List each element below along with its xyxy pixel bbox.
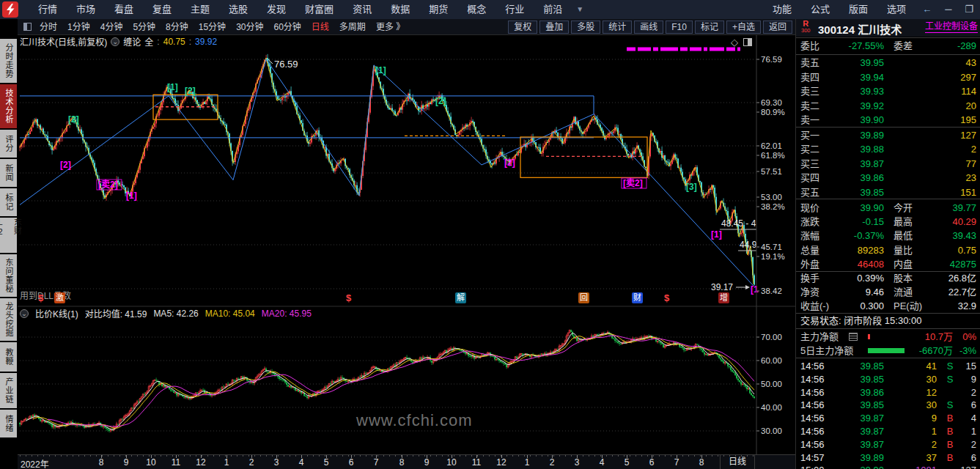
sidebar-item-分时走势[interactable]: 分时走势: [0, 39, 17, 83]
toolbar-button-+自选[interactable]: +自选: [726, 21, 761, 34]
period-15分钟[interactable]: 15分钟: [194, 19, 231, 35]
menu-item-前沿[interactable]: 前沿: [534, 0, 572, 19]
stat-label2: 股本: [894, 271, 913, 285]
menu-item-复盘[interactable]: 复盘: [143, 0, 181, 19]
period-60分钟[interactable]: 60分钟: [268, 19, 306, 35]
diamond-icon[interactable]: ◇: [731, 37, 738, 48]
tick-price: 39.86: [837, 385, 884, 399]
menu-item-主题[interactable]: 主题: [181, 0, 219, 19]
toolbar-button-复权[interactable]: 复权: [508, 21, 537, 34]
sidebar-item-产业链[interactable]: 产业链: [0, 373, 17, 408]
menu-item-市场[interactable]: 市场: [67, 0, 105, 19]
app-logo-icon[interactable]: [2, 1, 18, 18]
sidebar-item-东问董秘[interactable]: 东问董秘: [0, 254, 17, 297]
toolbar-button-返回[interactable]: 返回: [763, 21, 792, 34]
period-日线[interactable]: 日线: [306, 19, 334, 35]
signal-icon-dollar-0[interactable]: $: [38, 292, 43, 303]
period-4分钟[interactable]: 4分钟: [95, 19, 128, 35]
axis-month-label: 4: [600, 457, 605, 468]
signal-icon-激[interactable]: 激: [54, 292, 65, 303]
menu-item-期货[interactable]: 期货: [419, 0, 457, 19]
top-menu-bar: 行情市场看盘复盘主题选股发现财富圈资讯数据期货概念行业前沿 ▼ 功能公式版面选项…: [0, 0, 980, 19]
bid-volume: 127: [906, 128, 976, 142]
signal-icon-增[interactable]: 增: [718, 292, 729, 303]
toolbar-button-统计[interactable]: 统计: [603, 21, 632, 34]
ask-volume: 20: [906, 99, 976, 113]
period-分时[interactable]: 分时: [34, 19, 62, 35]
menu-item-数据[interactable]: 数据: [381, 0, 419, 19]
toolbar-button-多股[interactable]: 多股: [571, 21, 600, 34]
menu-item-版面[interactable]: 版面: [839, 0, 877, 19]
time-axis[interactable]: 2022年 日线 8910111212345678910111212345678: [18, 454, 795, 469]
chevron-circle-icon[interactable]: ⌄: [111, 37, 119, 46]
sidebar-item-教鞭[interactable]: 教鞭: [0, 342, 17, 372]
tick-count: 6: [956, 398, 976, 412]
sidebar-item-标记[interactable]: 标记: [0, 188, 17, 216]
sidebar-item-评分[interactable]: 评分: [0, 130, 17, 158]
stock-title[interactable]: 300124 汇川技术: [818, 21, 902, 37]
menu-item-资讯[interactable]: 资讯: [343, 0, 381, 19]
signal-icon-dollar-2[interactable]: $: [346, 292, 351, 303]
menu-item-财富圈[interactable]: 财富圈: [295, 0, 343, 19]
stat-value2: 0.75: [921, 243, 976, 257]
period-多周期[interactable]: 多周期: [334, 19, 371, 35]
menu-item-公式[interactable]: 公式: [801, 0, 839, 19]
sidebar-item-技术分析[interactable]: 技术分析: [0, 84, 17, 128]
ask-volume: 195: [906, 113, 976, 127]
period-更多 》[interactable]: 更多 》: [371, 19, 410, 35]
toolbar-button-标记[interactable]: 标记: [695, 21, 724, 34]
signal-icon-财[interactable]: 财: [632, 292, 643, 303]
period-30分钟[interactable]: 30分钟: [231, 19, 268, 35]
period-8分钟[interactable]: 8分钟: [161, 19, 194, 35]
menu-dropdown-caret-icon[interactable]: ▼: [572, 0, 588, 19]
stat-label: 外盘: [800, 257, 819, 271]
menu-item-行情[interactable]: 行情: [29, 0, 67, 19]
menu-item-概念[interactable]: 概念: [457, 0, 495, 19]
axis-month-label: 6: [649, 457, 655, 468]
signal-icon-回[interactable]: 回: [578, 292, 589, 303]
sidebar-item-新闻[interactable]: 新闻: [0, 159, 17, 187]
menu-item-行业[interactable]: 行业: [495, 0, 534, 19]
sidebar-item-龙头挖掘[interactable]: 龙头挖掘: [0, 298, 17, 341]
sidebar-item-东财L2[interactable]: 东财L2: [0, 218, 17, 253]
ask-volume: 297: [906, 70, 976, 84]
panel-toggle-icon[interactable]: [23, 23, 32, 31]
stat-label2: 量比: [894, 243, 913, 257]
signal-icon-dollar-6[interactable]: $: [664, 292, 669, 303]
list-icon[interactable]: [849, 333, 858, 341]
svg-text:38.2%: 38.2%: [761, 202, 785, 211]
back-arrow-icon[interactable]: ←: [915, 0, 938, 19]
minimize-icon[interactable]: ─: [938, 0, 958, 19]
toolbar-button-F10[interactable]: F10: [666, 21, 693, 34]
tick-volume: 2: [888, 437, 937, 451]
menu-item-选股[interactable]: 选股: [219, 0, 257, 19]
menu-item-看盘[interactable]: 看盘: [105, 0, 143, 19]
restore-icon[interactable]: ❐: [958, 0, 980, 19]
axis-month-label: 7: [374, 457, 379, 468]
bid-level: 买四: [800, 171, 819, 185]
period-5分钟[interactable]: 5分钟: [128, 19, 161, 35]
ask-price: 39.94: [828, 70, 884, 84]
industry-tag[interactable]: 工业控制设备: [925, 19, 978, 33]
signal-icon-解[interactable]: 解: [455, 292, 466, 303]
tick-price: 39.87: [837, 411, 884, 425]
chevron-circle-icon[interactable]: ⌄: [20, 309, 29, 318]
stat-value2: 39.77: [921, 201, 976, 215]
ask-level: 卖五: [800, 56, 819, 70]
stat-value2: 42875: [921, 257, 976, 271]
tick-volume: 41: [888, 359, 937, 373]
tick-count: 2: [956, 437, 976, 451]
main-chart[interactable]: 76.5969.3080.9%62.0161.8%57.5153.0038.2%…: [0, 0, 795, 469]
tick-count: 4: [956, 411, 976, 425]
menu-item-发现[interactable]: 发现: [257, 0, 295, 19]
menu-item-选项[interactable]: 选项: [877, 0, 915, 19]
toolbar-button-叠加[interactable]: 叠加: [539, 21, 569, 34]
sidebar-item-情绪[interactable]: 情绪: [0, 410, 17, 437]
toolbar-button-画线[interactable]: 画线: [634, 21, 663, 34]
menu-item-功能[interactable]: 功能: [763, 0, 801, 19]
split-window-icon[interactable]: [743, 38, 752, 46]
stat-label2: PE(动): [894, 299, 922, 313]
period-1分钟[interactable]: 1分钟: [62, 19, 95, 35]
divider: [796, 358, 980, 358]
main-flow-row-pct: 0%: [954, 330, 976, 344]
